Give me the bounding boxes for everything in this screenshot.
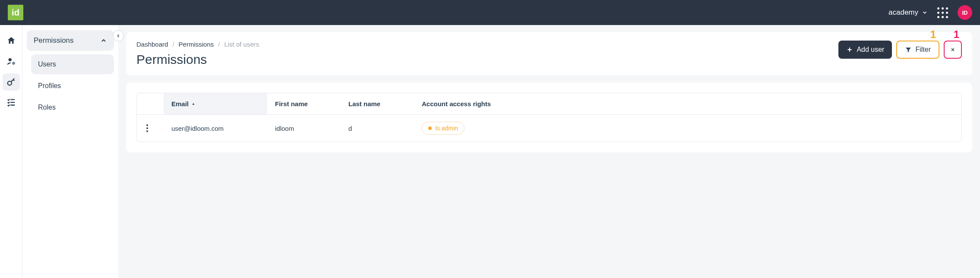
rail-item-user-settings[interactable]: [3, 53, 20, 70]
breadcrumb-dashboard[interactable]: Dashboard: [136, 41, 168, 48]
th-first-name[interactable]: First name: [267, 93, 341, 114]
rights-badge-label: Is admin: [435, 125, 458, 132]
table-header: Email First name Last name Account acces…: [137, 93, 961, 114]
main: Dashboard / Permissions / List of users …: [118, 25, 980, 278]
annotation-filter: 1: [930, 28, 936, 41]
topbar: id academy ID: [0, 0, 980, 25]
th-rights-label: Account access rights: [422, 100, 491, 107]
sidebar-section-label: Permissions: [34, 36, 74, 45]
chevron-down-icon: [922, 9, 928, 16]
chevron-up-icon: [100, 37, 107, 44]
logo[interactable]: id: [8, 5, 23, 20]
icon-rail: [0, 25, 22, 278]
sidebar-item-users[interactable]: Users: [31, 54, 114, 74]
svg-point-1: [13, 63, 14, 64]
sidebar-item-roles[interactable]: Roles: [31, 98, 114, 117]
topbar-right: academy ID: [888, 5, 972, 20]
breadcrumb-separator: /: [172, 41, 174, 48]
filter-label: Filter: [915, 46, 931, 54]
layout: Permissions Users Profiles Roles Dashboa…: [0, 25, 980, 278]
page-header-left: Dashboard / Permissions / List of users …: [136, 41, 259, 67]
home-icon: [6, 36, 16, 45]
sidebar-section-permissions[interactable]: Permissions: [27, 30, 114, 51]
annotation-close: 1: [954, 28, 959, 41]
rail-item-home[interactable]: [3, 32, 20, 49]
th-rights[interactable]: Account access rights: [414, 93, 961, 114]
close-wrapper: 1: [944, 41, 962, 59]
key-icon: [6, 77, 16, 87]
sidebar-subitems: Users Profiles Roles: [27, 54, 114, 117]
th-actions: [137, 93, 164, 114]
sidebar-item-profiles[interactable]: Profiles: [31, 76, 114, 96]
td-last-name: d: [341, 115, 414, 142]
badge-dot-icon: [428, 126, 432, 130]
add-user-button[interactable]: Add user: [838, 41, 892, 59]
account-label: academy: [888, 8, 918, 17]
th-last-name-label: Last name: [348, 100, 380, 107]
avatar[interactable]: ID: [958, 5, 972, 20]
td-first-name: idloom: [267, 115, 341, 142]
collapse-sidebar-button[interactable]: [113, 30, 124, 41]
close-icon: [950, 47, 955, 52]
clear-filter-button[interactable]: [944, 41, 962, 59]
table-row: user@idloom.com idloom d Is admin: [137, 114, 961, 142]
svg-point-2: [7, 81, 11, 85]
breadcrumb: Dashboard / Permissions / List of users: [136, 41, 259, 48]
th-last-name[interactable]: Last name: [341, 93, 414, 114]
chevron-left-icon: [116, 33, 121, 38]
page-header: Dashboard / Permissions / List of users …: [126, 32, 972, 76]
add-user-label: Add user: [857, 46, 884, 54]
breadcrumb-permissions[interactable]: Permissions: [179, 41, 214, 48]
table-card: Email First name Last name Account acces…: [126, 82, 972, 152]
header-actions: Add user 1 Filter 1: [838, 41, 962, 59]
user-gear-icon: [6, 57, 16, 66]
th-email-label: Email: [171, 100, 189, 107]
breadcrumb-separator: /: [218, 41, 220, 48]
row-menu-button[interactable]: [145, 123, 150, 134]
apps-grid-icon[interactable]: [937, 7, 948, 18]
sort-asc-icon: [191, 102, 196, 106]
users-table: Email First name Last name Account acces…: [136, 93, 962, 142]
sidebar: Permissions Users Profiles Roles: [22, 25, 118, 278]
td-actions: [137, 115, 164, 142]
logo-text: id: [12, 8, 19, 18]
list-check-icon: [6, 98, 16, 107]
filter-wrapper: 1 Filter: [896, 41, 939, 59]
breadcrumb-current: List of users: [224, 41, 259, 48]
avatar-initials: ID: [962, 9, 968, 16]
svg-point-0: [8, 58, 11, 61]
page-title: Permissions: [136, 52, 259, 67]
rights-badge: Is admin: [422, 122, 465, 135]
td-email: user@idloom.com: [164, 115, 267, 142]
account-dropdown[interactable]: academy: [888, 8, 928, 17]
filter-button[interactable]: Filter: [896, 41, 939, 59]
plus-icon: [846, 46, 853, 53]
filter-icon: [905, 46, 912, 53]
rail-item-list[interactable]: [3, 94, 20, 111]
td-rights: Is admin: [414, 115, 961, 142]
th-email[interactable]: Email: [164, 93, 267, 114]
sidebar-item-label: Profiles: [38, 82, 61, 89]
sidebar-item-label: Users: [38, 60, 56, 68]
sidebar-item-label: Roles: [38, 104, 56, 111]
th-first-name-label: First name: [275, 100, 308, 107]
rail-item-permissions[interactable]: [3, 73, 20, 91]
